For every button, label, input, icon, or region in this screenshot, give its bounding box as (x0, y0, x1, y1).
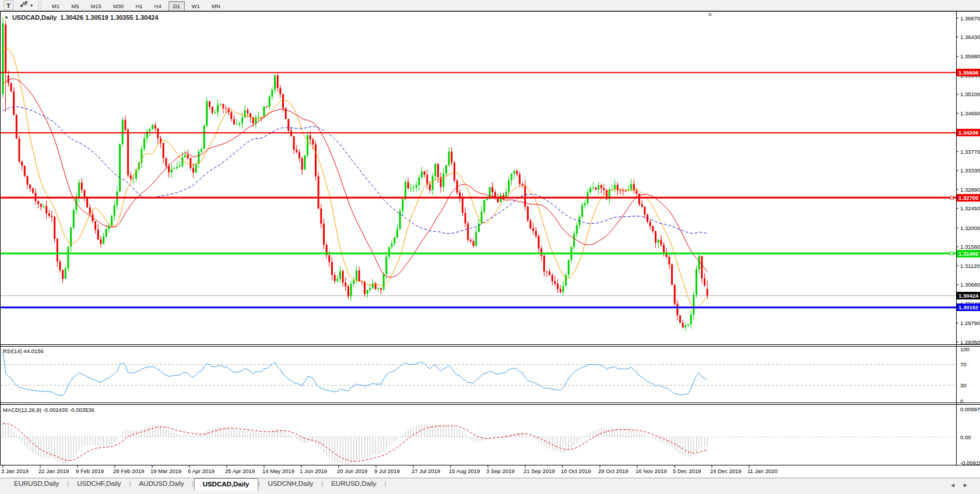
moving-average-ma-slow (3, 107, 707, 234)
chevron-down-icon: ▾ (30, 3, 33, 8)
svg-text:11 Jan 2020: 11 Jan 2020 (747, 468, 778, 474)
svg-text:10 Oct 2019: 10 Oct 2019 (561, 468, 591, 474)
svg-text:1.29790: 1.29790 (960, 320, 980, 326)
svg-text:5 Dec 2019: 5 Dec 2019 (673, 468, 701, 474)
svg-text:9 Feb 2019: 9 Feb 2019 (76, 468, 104, 474)
timeframe-button-W1[interactable]: W1 (187, 1, 205, 11)
diagonal-arrows-icon (19, 0, 29, 10)
macd-indicator-label: MACD(12,26,9) -0.002435 -0.003536 (3, 407, 94, 413)
macd-signal-line (3, 424, 707, 461)
svg-text:1.32450: 1.32450 (960, 205, 980, 211)
moving-average-ma-fast (3, 48, 707, 308)
svg-text:1.34660: 1.34660 (960, 110, 980, 117)
svg-text:25 Apr 2019: 25 Apr 2019 (225, 468, 255, 474)
timeframe-button-M5[interactable]: M5 (66, 1, 83, 11)
svg-text:1.30680: 1.30680 (960, 281, 980, 288)
svg-text:1.36430: 1.36430 (960, 34, 980, 40)
svg-text:29 Oct 2019: 29 Oct 2019 (598, 468, 628, 474)
price-axis: 1.368701.364301.359801.355401.351001.346… (956, 15, 980, 466)
svg-text:1.36870: 1.36870 (960, 15, 980, 22)
svg-text:0: 0 (960, 398, 963, 404)
price-badge-1.30152: 1.30152 (957, 304, 980, 311)
svg-text:15 Aug 2019: 15 Aug 2019 (449, 468, 480, 474)
tab-scroll-right-icon[interactable]: ► (963, 482, 975, 488)
line-handle[interactable] (950, 252, 953, 255)
timeframe-button-MN[interactable]: MN (207, 1, 225, 11)
timeframe-button-D1[interactable]: D1 (168, 1, 185, 11)
chart-window[interactable]: 1.368701.364301.359801.355401.351001.346… (0, 11, 980, 477)
svg-text:1.33770: 1.33770 (960, 149, 980, 155)
chart-title: ▼ USDCAD,Daily 1.30426 1.30519 1.30355 1… (4, 14, 159, 21)
svg-text:0.00: 0.00 (960, 434, 971, 440)
collapse-triangle-icon[interactable]: ▼ (4, 15, 9, 20)
top-toolbar: T ▾ M1M5M15M30H1H4D1W1MN (0, 0, 980, 11)
svg-text:9 Jul 2019: 9 Jul 2019 (374, 468, 400, 474)
svg-text:1.35980: 1.35980 (960, 53, 980, 59)
date-axis: 3 Jan 201922 Jan 20199 Feb 201928 Feb 20… (1, 465, 778, 474)
svg-text:27 Jul 2019: 27 Jul 2019 (412, 468, 440, 474)
price-badge-1.31405: 1.31405 (957, 250, 980, 257)
timeframe-button-M30[interactable]: M30 (108, 1, 128, 11)
svg-text:20 Jun 2019: 20 Jun 2019 (337, 468, 367, 474)
tab-divider: | (385, 478, 387, 487)
macd-histogram (3, 421, 707, 464)
chart-tab-usdcaddaily-3[interactable]: USDCAD,Daily (194, 478, 258, 491)
svg-text:3 Sep 2019: 3 Sep 2019 (486, 468, 515, 474)
chart-shift-marker-icon (708, 12, 712, 16)
timeframe-button-H1[interactable]: H1 (131, 1, 147, 11)
timeframe-button-M1[interactable]: M1 (47, 1, 64, 11)
chart-tab-eurusddaily-0[interactable]: EURUSD,Daily (6, 478, 67, 489)
svg-text:0.009975: 0.009975 (960, 406, 980, 412)
line-handle[interactable] (950, 196, 953, 199)
rsi-panel (1, 352, 956, 396)
svg-text:1.31560: 1.31560 (960, 244, 980, 250)
chart-tab-usdcnhdaily-4[interactable]: USDCNH,Daily (259, 478, 321, 489)
svg-text:1 Jun 2019: 1 Jun 2019 (300, 468, 327, 474)
svg-text:70: 70 (960, 361, 967, 368)
svg-text:16 Nov 2019: 16 Nov 2019 (635, 468, 667, 474)
svg-text:14 May 2019: 14 May 2019 (262, 468, 294, 474)
svg-text:1.33330: 1.33330 (960, 167, 980, 174)
svg-text:1.32000: 1.32000 (960, 225, 980, 231)
moving-average-ma-mid (3, 79, 707, 277)
svg-text:-0.00915: -0.00915 (960, 460, 980, 466)
chart-tab-audusddaily-2[interactable]: AUDUSD,Daily (131, 478, 192, 489)
price-badge-1.32700: 1.32700 (957, 194, 980, 202)
tab-scroll-arrows[interactable]: ◄► (950, 482, 975, 488)
arrows-tool-button[interactable]: ▾ (19, 0, 33, 10)
svg-text:100: 100 (960, 346, 970, 352)
chart-tabs: EURUSD,Daily|USDCHF,Daily|AUDUSD,Daily|U… (6, 478, 386, 491)
price-chart-canvas[interactable]: 1.368701.364301.359801.355401.351001.346… (0, 11, 980, 477)
timeframe-button-H4[interactable]: H4 (150, 1, 166, 11)
svg-text:1.32890: 1.32890 (960, 186, 980, 193)
price-badge-1.35606: 1.35606 (957, 69, 980, 76)
chart-tab-bar: EURUSD,Daily|USDCHF,Daily|AUDUSD,Daily|U… (0, 478, 980, 494)
chart-symbol-label: USDCAD,Daily (12, 14, 57, 21)
macd-panel (1, 421, 956, 464)
chart-tab-usdchfdaily-1[interactable]: USDCHF,Daily (69, 478, 129, 489)
svg-text:19 Mar 2019: 19 Mar 2019 (150, 468, 181, 474)
svg-text:6 Apr 2019: 6 Apr 2019 (188, 468, 215, 474)
svg-text:1.29350: 1.29350 (960, 339, 980, 345)
rsi-indicator-label: RSI(14) 44.0156 (3, 348, 44, 354)
svg-text:1.31120: 1.31120 (960, 263, 980, 269)
svg-text:1.35100: 1.35100 (960, 91, 980, 97)
svg-text:3 Jan 2019: 3 Jan 2019 (1, 468, 29, 474)
svg-text:30: 30 (960, 382, 967, 389)
text-tool-button[interactable]: T (3, 1, 13, 10)
price-panel (0, 17, 956, 331)
tab-scroll-left-icon[interactable]: ◄ (950, 482, 963, 488)
chart-ohlc-values: 1.30426 1.30519 1.30355 1.30424 (60, 14, 158, 21)
current-price-badge: 1.30424 (957, 292, 980, 299)
candles-layer (2, 17, 708, 331)
toolbar-separator (38, 1, 41, 9)
svg-text:22 Jan 2019: 22 Jan 2019 (38, 468, 69, 474)
timeframe-buttons: M1M5M15M30H1H4D1W1MN (46, 0, 226, 10)
svg-text:24 Dec 2019: 24 Dec 2019 (710, 468, 742, 474)
rsi-line (3, 352, 707, 396)
price-badge-1.34206: 1.34206 (957, 129, 980, 136)
timeframe-button-M15[interactable]: M15 (86, 1, 106, 11)
svg-text:21 Sep 2019: 21 Sep 2019 (524, 468, 555, 474)
svg-text:28 Feb 2019: 28 Feb 2019 (113, 468, 144, 474)
chart-tab-eurusddaily-5[interactable]: EURUSD,Daily (323, 478, 384, 489)
